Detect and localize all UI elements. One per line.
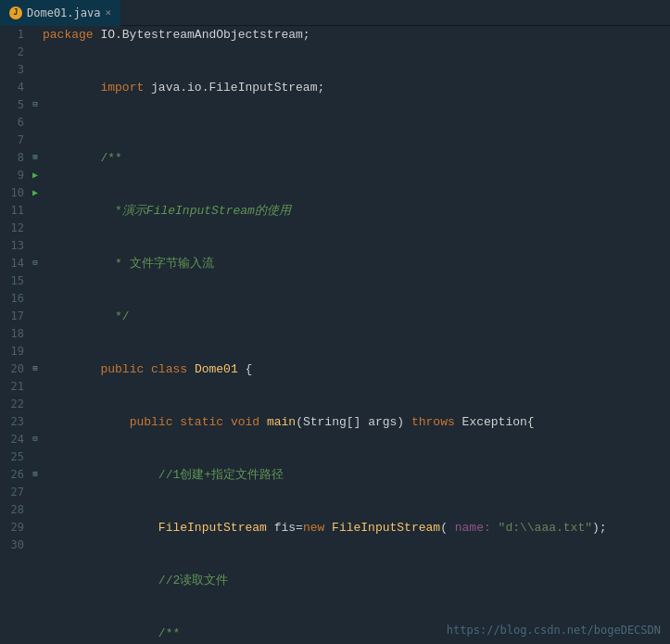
code-area[interactable]: package IO.BytestreamAndObjectstream; im…	[43, 26, 670, 644]
gutter-row: 12	[0, 220, 43, 237]
gutter-row: 19	[0, 343, 43, 360]
gutter-row: 28	[0, 501, 43, 519]
code-line-11: //1创建+指定文件路径	[43, 448, 663, 501]
gutter-row: 14⊟	[0, 255, 43, 272]
editor-area: 1 2 3 4 5⊟ 6 7 8⊞ 9▶ 10▶ 11 12 13 14⊟ 15…	[0, 26, 670, 644]
gutter-row: 7	[0, 132, 43, 149]
gutter-row: 5⊟	[0, 96, 43, 114]
code-line-9: public class Dome01 {	[43, 343, 663, 396]
code-line-10: public static void main(String[] args) t…	[43, 396, 663, 448]
gutter-row: 17	[0, 308, 43, 325]
code-line-2	[43, 44, 663, 61]
tab-bar: J Dome01.java ×	[0, 0, 670, 26]
fold-open-icon[interactable]: ⊟	[28, 431, 43, 448]
fold-open-icon[interactable]: ⊟	[28, 96, 43, 114]
code-line-12: FileInputStream fis=new FileInputStream(…	[43, 501, 663, 554]
run-arrow-icon[interactable]: ▶	[28, 167, 43, 184]
gutter-row: 25	[0, 448, 43, 466]
gutter-row: 20⊞	[0, 360, 43, 378]
tab-filename: Dome01.java	[27, 6, 100, 19]
gutter-row: 2	[0, 44, 43, 61]
gutter-row: 6	[0, 114, 43, 132]
gutter-row: 11	[0, 202, 43, 220]
fold-open-icon[interactable]: ⊟	[28, 255, 43, 272]
gutter-row: 16	[0, 290, 43, 308]
code-line-5: /**	[43, 132, 663, 184]
run-arrow-icon[interactable]: ▶	[28, 184, 43, 202]
gutter-row: 22	[0, 396, 43, 413]
url-watermark: https://blog.csdn.net/bogeDECSDN	[447, 624, 661, 637]
code-line-3: import java.io.FileInputStream;	[43, 61, 663, 114]
gutter-row: 10▶	[0, 184, 43, 202]
gutter-row: 21	[0, 378, 43, 396]
code-line-6: *演示FileInputStream的使用	[43, 184, 663, 237]
code-line-8: */	[43, 290, 663, 343]
code-line-1: package IO.BytestreamAndObjectstream;	[43, 26, 663, 44]
gutter-row: 24⊟	[0, 431, 43, 448]
editor-container: J Dome01.java × 1 2 3 4 5⊟ 6 7 8⊞ 9▶ 10▶…	[0, 0, 670, 644]
gutter-row: 15	[0, 272, 43, 290]
fold-close-icon[interactable]: ⊞	[28, 360, 43, 378]
gutter-row: 27	[0, 484, 43, 501]
code-line-4	[43, 114, 663, 132]
gutter-row: 23	[0, 413, 43, 431]
gutter-row: 4	[0, 79, 43, 96]
gutter-row: 9▶	[0, 167, 43, 184]
gutter-row: 13	[0, 237, 43, 255]
gutter-row: 26⊞	[0, 466, 43, 484]
code-line-7: * 文件字节输入流	[43, 237, 663, 290]
code-line-13: //2读取文件	[43, 554, 663, 607]
gutter-row: 3	[0, 61, 43, 79]
gutter-row: 30	[0, 537, 43, 554]
gutter-row: 8⊞	[0, 149, 43, 167]
left-gutter: 1 2 3 4 5⊟ 6 7 8⊞ 9▶ 10▶ 11 12 13 14⊟ 15…	[0, 26, 43, 644]
fold-close-icon[interactable]: ⊞	[28, 466, 43, 484]
java-icon: J	[9, 6, 22, 19]
gutter-row: 18	[0, 325, 43, 343]
gutter-row: 29	[0, 519, 43, 537]
gutter-row: 1	[0, 26, 43, 44]
fold-close-icon[interactable]: ⊞	[28, 149, 43, 167]
active-tab[interactable]: J Dome01.java ×	[0, 0, 120, 26]
tab-close-icon[interactable]: ×	[105, 6, 111, 19]
